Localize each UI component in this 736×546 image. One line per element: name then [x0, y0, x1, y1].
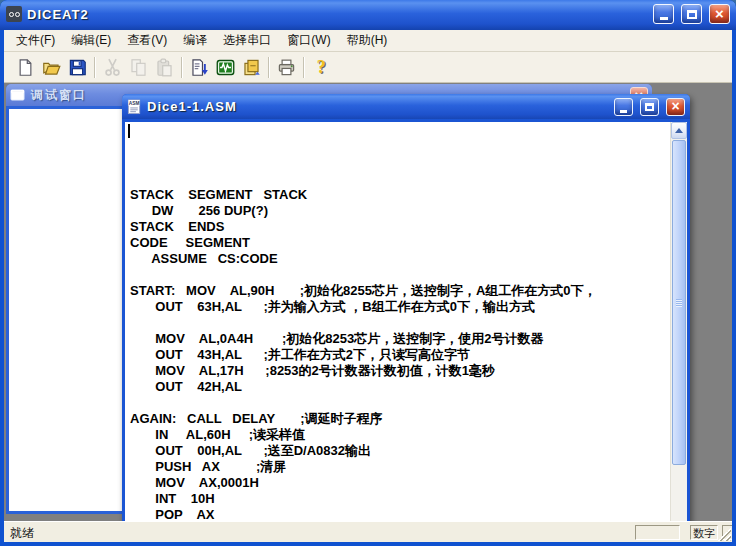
toolbar-icon — [155, 58, 174, 77]
asm-window-client: STACK SEGMENT STACK DW 256 DUP(?)STACK E… — [125, 122, 687, 521]
code-line: AGAIN: CALL DELAY ;调延时子程序 — [130, 411, 670, 427]
close-icon: × — [671, 99, 679, 113]
toolbar-item-new-file[interactable] — [12, 55, 38, 80]
minimize-button[interactable] — [653, 4, 674, 24]
toolbar-icon — [277, 58, 296, 77]
code-line — [130, 315, 670, 331]
toolbar-item-help[interactable] — [308, 55, 334, 80]
asm-maximize-button[interactable] — [640, 98, 659, 116]
toolbar-item-debug-scope[interactable] — [212, 55, 238, 80]
code-line: OUT 42H,AL — [130, 379, 670, 395]
toolbar-item-paste[interactable] — [151, 55, 177, 80]
code-line: CODE SEGMENT — [130, 235, 670, 251]
toolbar-item-sep — [177, 55, 186, 80]
toolbar-icon — [312, 58, 331, 77]
toolbar-item-assemble[interactable] — [186, 55, 212, 80]
app-icon — [6, 6, 22, 22]
code-line: IN AL,60H ;读采样值 — [130, 427, 670, 443]
code-line: DW 256 DUP(?) — [130, 203, 670, 219]
toolbar-item-copy[interactable] — [125, 55, 151, 80]
toolbar-item-sep — [90, 55, 99, 80]
toolbar-item-sep — [299, 55, 308, 80]
asm-minimize-button[interactable] — [614, 98, 633, 116]
code-line: MOV AL,17H ;8253的2号计数器计数初值，计数1毫秒 — [130, 363, 670, 379]
code-line: ASSUME CS:CODE — [130, 251, 670, 267]
code-line: PUSH AX ;清屏 — [130, 459, 670, 475]
text-caret — [128, 124, 130, 138]
menu-item-edit[interactable]: 编辑(E) — [63, 30, 119, 51]
application-window: DICEAT2 × 文件(F)编辑(E)查看(V)编译选择串口窗口(W)帮助(H… — [0, 0, 736, 546]
vertical-scrollbar[interactable] — [670, 122, 687, 521]
toolbar-item-print[interactable] — [273, 55, 299, 80]
menu-item-window[interactable]: 窗口(W) — [279, 30, 338, 51]
code-line: MOV AL,0A4H ;初始化8253芯片，送控制字，使用2号计数器 — [130, 331, 670, 347]
asm-window-title: Dice1-1.ASM — [147, 99, 607, 114]
toolbar-item-open-file[interactable] — [38, 55, 64, 80]
status-message: 就绪 — [10, 525, 34, 542]
menu-bar: 文件(F)编辑(E)查看(V)编译选择串口窗口(W)帮助(H) — [4, 30, 732, 52]
debug-window-title: 调试窗口 — [31, 87, 87, 104]
main-titlebar[interactable]: DICEAT2 × — [0, 0, 736, 30]
scroll-up-button[interactable] — [671, 122, 687, 139]
toolbar-item-cut[interactable] — [99, 55, 125, 80]
status-pane-caps — [635, 525, 680, 540]
code-line: STACK ENDS — [130, 219, 670, 235]
menu-item-file[interactable]: 文件(F) — [8, 30, 63, 51]
code-line: START: MOV AL,90H ;初始化8255芯片，送控制字，A组工作在方… — [130, 283, 670, 299]
asm-file-icon — [127, 99, 142, 115]
toolbar-icon — [129, 58, 148, 77]
code-line: INT 10H — [130, 491, 670, 507]
status-bar: 就绪 数字 — [4, 521, 732, 542]
menu-item-serial-port[interactable]: 选择串口 — [215, 30, 279, 51]
menu-item-view[interactable]: 查看(V) — [119, 30, 175, 51]
close-icon: × — [715, 6, 724, 21]
code-editor[interactable]: STACK SEGMENT STACK DW 256 DUP(?)STACK E… — [125, 122, 670, 521]
resize-grip[interactable] — [718, 528, 731, 541]
code-line — [130, 267, 670, 283]
code-line: POP AX — [130, 507, 670, 521]
code-line: MOV AX,0001H — [130, 475, 670, 491]
window-icon — [10, 87, 26, 103]
scrollbar-thumb[interactable] — [672, 140, 686, 465]
close-button[interactable]: × — [709, 4, 730, 24]
toolbar-item-sep — [264, 55, 273, 80]
status-pane-num: 数字 — [690, 525, 718, 540]
toolbar-icon — [68, 58, 87, 77]
toolbar-item-save-file[interactable] — [64, 55, 90, 80]
minimize-icon — [620, 110, 627, 113]
code-line — [130, 395, 670, 411]
code-line: STACK SEGMENT STACK — [130, 187, 670, 203]
menu-item-help[interactable]: 帮助(H) — [339, 30, 396, 51]
toolbar-icon — [16, 58, 35, 77]
mdi-client-area: 调试窗口 × Dice1-1.ASM × STACK SEGMENT STACK… — [4, 83, 732, 521]
asm-close-button[interactable]: × — [666, 98, 685, 116]
toolbar-icon — [216, 58, 235, 77]
maximize-icon — [645, 103, 654, 111]
toolbar-icon — [42, 58, 61, 77]
asm-window-titlebar[interactable]: Dice1-1.ASM × — [122, 94, 690, 119]
maximize-button[interactable] — [681, 4, 702, 24]
toolbar-icon — [103, 58, 122, 77]
maximize-icon — [687, 10, 697, 19]
minimize-icon — [660, 17, 668, 20]
toolbar-icon — [242, 58, 261, 77]
toolbar-item-download[interactable] — [238, 55, 264, 80]
toolbar-icon — [190, 58, 209, 77]
toolbar — [4, 52, 732, 83]
code-line: OUT 00H,AL ;送至D/A0832输出 — [130, 443, 670, 459]
menu-item-compile[interactable]: 编译 — [175, 30, 215, 51]
asm-editor-window: Dice1-1.ASM × STACK SEGMENT STACK DW 256… — [122, 94, 690, 521]
code-line: OUT 43H,AL ;并工作在方式2下，只读写高位字节 — [130, 347, 670, 363]
code-line: OUT 63H,AL ;并为输入方式 ，B组工作在方式0下，输出方式 — [130, 299, 670, 315]
app-title: DICEAT2 — [27, 7, 646, 22]
